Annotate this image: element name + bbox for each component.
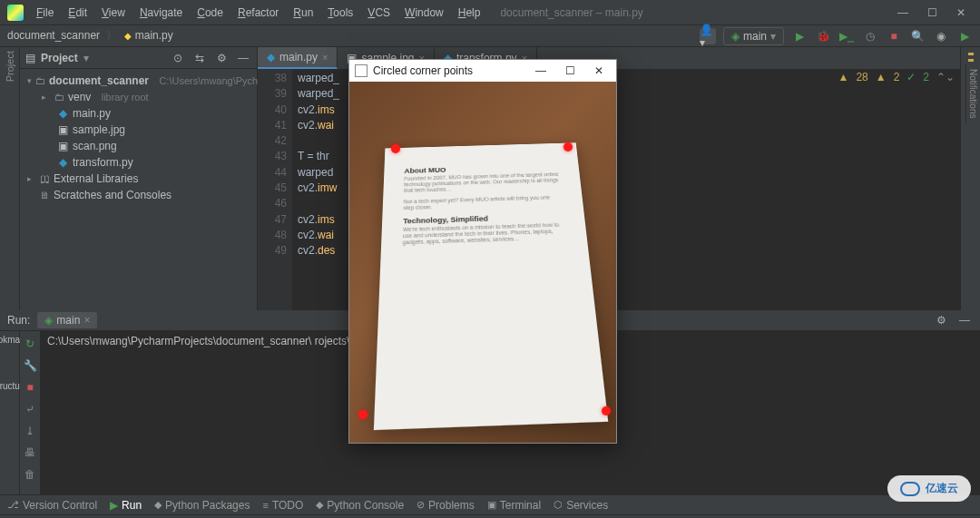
status-bar: ☐ Indexing completed in 1 min, 42 sec. S… [0,514,980,518]
paper-text: We're tech enthusiasts on a mission to t… [403,221,566,245]
chevron-down-icon: ▾ [770,30,776,43]
inspection-widget[interactable]: ▲28 ▲2 ✓2 ⌃⌄ [838,71,955,83]
document-paper: About MUO Founded in 2007, MUO has grown… [374,142,608,430]
tool-tab-label: Services [566,499,608,512]
debug-icon[interactable]: 🐞 [815,28,831,44]
tool-tab-todo[interactable]: ≡ TODO [262,499,303,512]
chevron-down-icon[interactable]: ▾ [83,52,89,64]
tool-tab-vcs[interactable]: ⎇ Version Control [7,499,97,512]
tool-tab-python-packages[interactable]: ◆ Python Packages [154,499,250,512]
project-view-icon[interactable]: ▤ [25,52,35,64]
cv-window-title: Circled corner points [373,64,473,77]
close-icon[interactable]: ✕ [587,64,611,77]
corner-dot-icon [602,406,611,415]
python-file-icon: ◆ [56,107,69,120]
run-anything-icon[interactable]: ▶ [956,28,973,44]
tab-main-py[interactable]: ◆main.py× [258,47,338,69]
menu-code[interactable]: Code [191,3,229,23]
corner-dot-icon [391,144,400,153]
profile-icon[interactable]: ◷ [862,28,878,44]
wrench-icon[interactable]: 🔧 [23,358,37,373]
panel-settings-icon[interactable]: ⚙ [213,50,230,66]
tree-file[interactable]: ▣sample.jpg [20,122,257,138]
breadcrumb-project[interactable]: document_scanner [7,29,100,42]
tool-tab-label: Problems [428,499,475,512]
breadcrumb-file[interactable]: main.py [135,29,173,42]
tool-tab-problems[interactable]: ⊘ Problems [416,499,475,512]
tool-tab-run[interactable]: ▶ Run [110,499,142,512]
tool-tab-terminal[interactable]: ▣ Terminal [487,499,541,512]
chevron-up-down-icon[interactable]: ⌃⌄ [936,71,955,83]
project-panel-title: Project [41,52,78,64]
menu-view[interactable]: View [96,3,131,23]
hide-panel-icon[interactable]: — [956,312,973,328]
menu-navigate[interactable]: Navigate [134,3,188,23]
scroll-to-end-icon[interactable]: ⤓ [23,424,37,438]
cv-window[interactable]: Circled corner points — ☐ ✕ About MUO Fo… [348,59,617,444]
cv-window-titlebar[interactable]: Circled corner points — ☐ ✕ [349,60,616,82]
menu-tools[interactable]: Tools [322,3,358,23]
menu-refactor[interactable]: Refactor [232,3,284,23]
run-settings-icon[interactable]: ⚙ [933,312,949,328]
menu-file[interactable]: File [31,3,59,23]
tree-external-libs[interactable]: ▸ 🕮 External Libraries [20,171,257,187]
close-icon[interactable]: ✕ [953,5,969,21]
select-opened-file-icon[interactable]: ⊙ [170,50,186,66]
project-tree[interactable]: ▾ 🗀 document_scanner C:\Users\mwang\Pych… [20,69,257,207]
tree-venv[interactable]: ▸ 🗀 venv library root [20,89,257,105]
tree-file[interactable]: ▣scan.png [20,138,257,154]
run-config-selector[interactable]: ◈ main ▾ [723,27,784,45]
print-icon[interactable]: 🖶 [23,445,37,460]
paper-text: Founded in 2007, MUO has grown into one … [404,171,561,193]
tool-tab-label: Python Packages [165,499,250,512]
tree-root-label: document_scanner [49,74,149,87]
tool-tab-python-console[interactable]: ◆ Python Console [316,499,404,512]
search-everywhere-icon[interactable]: 🔍 [909,28,926,44]
menu-run[interactable]: Run [288,3,318,23]
tree-file[interactable]: ◆main.py [20,105,257,122]
run-toolbar: ↻ 🔧 ■ ⤶ ⤓ 🖶 🗑 [20,331,40,494]
folder-icon: 🗀 [54,92,64,103]
notifications-tool-tab[interactable]: Notifications [965,64,980,123]
run-tab-main[interactable]: ◈main× [37,312,97,328]
tool-tab-label: Run [122,499,142,512]
close-icon[interactable]: × [83,314,90,327]
soft-wrap-icon[interactable]: ⤶ [23,402,37,416]
python-file-icon: ◆ [124,31,132,41]
close-icon[interactable]: × [322,52,328,63]
clear-icon[interactable]: 🗑 [23,467,37,482]
tool-tab-services[interactable]: ⬡ Services [554,499,608,512]
hide-panel-icon[interactable]: — [235,50,251,66]
tree-label: scan.png [73,140,117,152]
settings-icon[interactable]: ◉ [933,28,949,44]
cv-image-viewport: About MUO Founded in 2007, MUO has grown… [349,82,616,443]
tree-scratches[interactable]: 🗎 Scratches and Consoles [20,187,257,203]
maximize-icon[interactable]: ☐ [558,64,582,77]
tree-hint: library root [102,92,149,103]
stop-icon[interactable]: ■ [23,380,37,395]
tree-file[interactable]: ◆transform.py [20,154,257,171]
code-with-me-icon[interactable]: 👤▾ [700,28,716,44]
coverage-icon[interactable]: ▶⎯ [838,28,855,44]
run-icon[interactable]: ▶ [791,28,808,44]
menu-window[interactable]: Window [399,3,449,23]
menu-edit[interactable]: Edit [63,3,93,23]
breadcrumb[interactable]: document_scanner 〉 ◆main.py [7,28,173,44]
project-tool-tab[interactable]: Project [5,51,15,82]
tool-tab-label: TODO [272,499,303,512]
tree-root[interactable]: ▾ 🗀 document_scanner C:\Users\mwang\Pych… [20,73,257,89]
maximize-icon[interactable]: ☐ [924,5,940,21]
run-config-icon: ◈ [44,314,53,327]
minimize-icon[interactable]: — [895,5,911,21]
minimize-icon[interactable]: — [529,64,553,77]
rerun-icon[interactable]: ↻ [23,337,37,351]
menu-vcs[interactable]: VCS [362,3,396,23]
navigation-bar: document_scanner 〉 ◆main.py 👤▾ ◈ main ▾ … [0,25,980,47]
tool-tab-label: Terminal [500,499,541,512]
menu-help[interactable]: Help [453,3,486,23]
expand-all-icon[interactable]: ⇆ [191,50,208,66]
run-tab-label: main [56,314,80,327]
title-bar: File Edit View Navigate Code Refactor Ru… [0,0,980,25]
stop-icon[interactable]: ■ [886,28,902,44]
corner-dot-icon [564,142,573,151]
